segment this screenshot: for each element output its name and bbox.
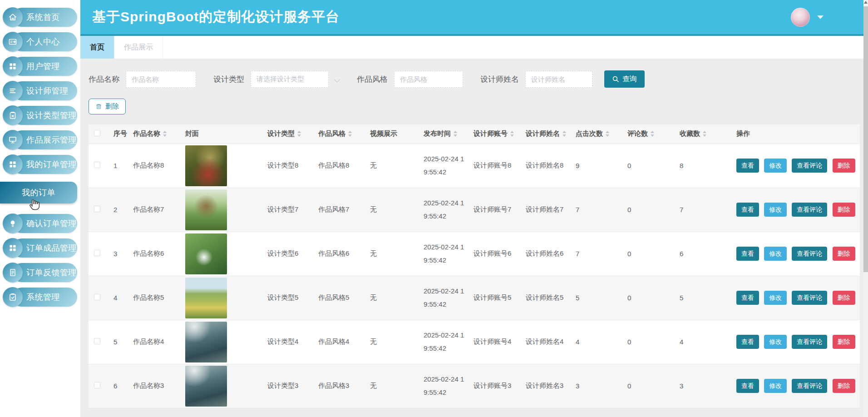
sidebar-item-label: 确认订单管理: [26, 218, 77, 229]
row-checkbox[interactable]: [94, 294, 100, 300]
sidebar-item-design-types[interactable]: 设计类型管理: [0, 105, 80, 125]
sidebar-item-confirm-orders[interactable]: 确认订单管理: [0, 213, 80, 233]
row-checkbox[interactable]: [94, 206, 100, 212]
view-button[interactable]: 查看: [736, 291, 759, 305]
sort-icons[interactable]: [606, 131, 609, 137]
cell-favorites: 5: [680, 276, 736, 320]
sort-icons[interactable]: [297, 131, 301, 137]
cell-style: 作品风格3: [318, 364, 370, 408]
cell-account: 设计师账号5: [473, 276, 526, 320]
work-style-input[interactable]: [394, 71, 463, 88]
chevron-down-icon: [334, 77, 340, 83]
cell-seq: 5: [113, 320, 133, 364]
col-header-style: 作品风格: [318, 124, 370, 144]
bulk-delete-button[interactable]: 删除: [89, 99, 126, 114]
sidebar-item-home[interactable]: 系统首页: [0, 7, 80, 27]
scrollbar-thumb[interactable]: [863, 6, 868, 272]
page-title: 基于SpringBoot的定制化设计服务平台: [92, 8, 340, 26]
sidebar-item-label: 作品展示管理: [26, 134, 77, 145]
user-avatar[interactable]: [791, 8, 810, 27]
display-icon: [3, 130, 23, 150]
cell-comments: 0: [627, 276, 680, 320]
edit-button[interactable]: 修改: [764, 291, 787, 305]
work-name-input[interactable]: [126, 71, 196, 88]
sidebar-item-profile[interactable]: 个人中心: [0, 32, 80, 52]
delete-button[interactable]: 删除: [833, 335, 855, 349]
sidebar-item-my-orders-group[interactable]: 我的订单管理: [0, 154, 80, 174]
vertical-scrollbar[interactable]: [863, 0, 868, 417]
row-checkbox[interactable]: [94, 162, 100, 168]
col-header-clicks: 点击次数: [576, 124, 627, 144]
sidebar-item-users[interactable]: 用户管理: [0, 56, 80, 76]
cell-type: 设计类型8: [267, 144, 318, 188]
cell-video: 无: [370, 232, 424, 276]
sort-icons[interactable]: [510, 131, 514, 137]
view-button[interactable]: 查看: [736, 379, 759, 393]
delete-button[interactable]: 删除: [833, 203, 855, 217]
view-comments-button[interactable]: 查看评论: [792, 247, 827, 261]
view-button[interactable]: 查看: [736, 247, 759, 261]
search-button[interactable]: 查询: [604, 70, 645, 88]
sort-icons[interactable]: [703, 131, 706, 137]
works-table-panel: 序号 作品名称 封面 设计类型 作品风格 视频展示 发布时间 设计师账号 设计师…: [89, 124, 860, 408]
col-header-comments: 评论数: [627, 124, 680, 144]
bulb-icon: [3, 213, 23, 233]
edit-button[interactable]: 修改: [764, 379, 787, 393]
design-type-label: 设计类型: [213, 74, 244, 84]
cell-type: 设计类型5: [267, 276, 318, 320]
mouse-cursor-icon: [28, 198, 40, 212]
row-checkbox[interactable]: [94, 382, 100, 388]
cell-type: 设计类型7: [267, 188, 318, 232]
row-checkbox[interactable]: [94, 338, 100, 344]
sort-icons[interactable]: [348, 131, 352, 137]
design-type-select[interactable]: 请选择设计类型: [251, 71, 329, 88]
cell-name: 作品名称6: [133, 232, 185, 276]
tab-works-display[interactable]: 作品展示: [114, 36, 163, 59]
view-comments-button[interactable]: 查看评论: [792, 335, 827, 349]
edit-button[interactable]: 修改: [764, 159, 787, 173]
delete-button[interactable]: 删除: [833, 379, 855, 393]
sidebar-item-order-products[interactable]: 订单成品管理: [0, 238, 80, 258]
designer-name-input[interactable]: [525, 71, 592, 88]
sort-icons[interactable]: [562, 131, 566, 137]
document-icon: [3, 263, 23, 283]
edit-button[interactable]: 修改: [764, 247, 787, 261]
table-row: 2 作品名称7 设计类型7 作品风格7 无 2025-02-24 19:55:4…: [89, 188, 860, 232]
delete-button[interactable]: 删除: [833, 159, 855, 173]
sidebar-item-works-display[interactable]: 作品展示管理: [0, 130, 80, 150]
cell-name: 作品名称8: [133, 144, 185, 188]
sidebar-item-label: 我的订单管理: [26, 159, 77, 170]
cell-favorites: 6: [680, 232, 736, 276]
view-comments-button[interactable]: 查看评论: [792, 159, 827, 173]
scroll-up-icon[interactable]: [864, 1, 868, 4]
row-checkbox[interactable]: [94, 250, 100, 256]
sidebar-item-order-feedback[interactable]: 订单反馈管理: [0, 263, 80, 283]
sort-icons[interactable]: [454, 131, 457, 137]
sort-icons[interactable]: [163, 131, 167, 137]
view-comments-button[interactable]: 查看评论: [792, 203, 827, 217]
view-comments-button[interactable]: 查看评论: [792, 379, 827, 393]
sidebar-item-label: 系统首页: [26, 12, 60, 23]
col-header-video: 视频展示: [370, 124, 424, 144]
view-button[interactable]: 查看: [736, 203, 759, 217]
edit-button[interactable]: 修改: [764, 335, 787, 349]
delete-button[interactable]: 删除: [833, 291, 855, 305]
cell-comments: 0: [627, 320, 680, 364]
sidebar-item-system[interactable]: 系统管理: [0, 287, 80, 307]
edit-button[interactable]: 修改: [764, 203, 787, 217]
view-comments-button[interactable]: 查看评论: [792, 291, 827, 305]
clipboard-check-icon: [3, 287, 23, 307]
view-button[interactable]: 查看: [736, 159, 759, 173]
delete-button[interactable]: 删除: [833, 247, 855, 261]
sidebar-item-designers[interactable]: 设计师管理: [0, 81, 80, 101]
cell-account: 设计师账号6: [473, 232, 526, 276]
cell-published: 2025-02-24 19:55:42: [424, 364, 473, 408]
sidebar-subitem-my-orders-active[interactable]: 我的订单: [0, 182, 77, 204]
tab-home[interactable]: 首页: [80, 36, 114, 59]
chevron-down-icon[interactable]: [817, 15, 824, 19]
sort-icons[interactable]: [651, 131, 654, 137]
cell-name: 作品名称3: [133, 364, 185, 408]
view-button[interactable]: 查看: [736, 335, 759, 349]
sidebar-item-label: 系统管理: [26, 292, 60, 303]
select-all-checkbox[interactable]: [94, 130, 100, 136]
